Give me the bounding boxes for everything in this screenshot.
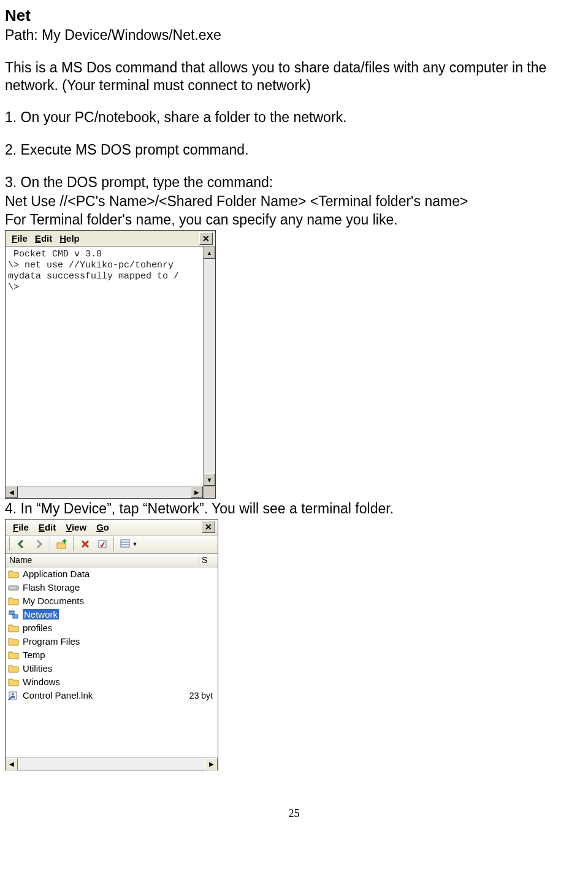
file-list: Application DataFlash StorageMy Document… <box>6 567 218 758</box>
up-folder-button[interactable] <box>55 537 69 551</box>
column-size[interactable]: S <box>199 555 218 565</box>
menu-view-label: iew <box>72 522 86 532</box>
item-name: Temp <box>23 650 178 660</box>
cmd-window: File Edit Help ✕ Pocket CMD v 3.0 \> net… <box>5 230 216 499</box>
item-size: 23 byt <box>181 691 215 700</box>
scroll-left-button[interactable]: ◀ <box>6 486 18 498</box>
doc-intro: This is a MS Dos command that allows you… <box>5 59 583 94</box>
doc-step4: 4. In “My Device”, tap “Network”. You wi… <box>5 500 583 518</box>
item-name: Application Data <box>23 569 178 579</box>
svg-rect-8 <box>13 615 18 618</box>
close-icon-2: ✕ <box>205 522 212 532</box>
list-item[interactable]: Windows <box>6 675 218 689</box>
item-name: Program Files <box>23 636 178 646</box>
list-item[interactable]: Application Data <box>6 567 218 581</box>
list-item[interactable]: Temp <box>6 648 218 662</box>
arrow-up-icon: ▲ <box>207 250 213 256</box>
doc-step3b: Net Use //<PC's Name>/<Shared Folder Nam… <box>5 193 583 210</box>
list-item[interactable]: profiles <box>6 621 218 635</box>
folder-up-icon <box>56 539 67 549</box>
scroll-track-h[interactable] <box>18 486 191 498</box>
drive-icon <box>8 583 19 593</box>
item-name: Windows <box>23 677 178 687</box>
folder-icon <box>8 596 19 606</box>
folder-icon <box>8 677 19 687</box>
scroll-up-button[interactable]: ▲ <box>204 247 215 259</box>
menu-view[interactable]: View <box>61 521 91 534</box>
menu-help[interactable]: Help <box>56 232 83 245</box>
menu-go-label: o <box>104 522 109 532</box>
column-name[interactable]: Name <box>6 555 199 565</box>
cmd-output: Pocket CMD v 3.0 \> net use //Yukiko-pc/… <box>6 247 203 486</box>
arrow-left-icon <box>17 539 26 549</box>
folder-icon <box>8 650 19 660</box>
arrow-down-icon: ▼ <box>207 477 213 483</box>
explorer-window: File Edit View Go ✕ ▼ Name S <box>5 519 218 770</box>
svg-rect-2 <box>121 540 129 547</box>
menu-edit-2-label: dit <box>45 522 56 532</box>
svg-point-6 <box>16 587 17 588</box>
arrow-right-icon <box>34 539 44 549</box>
doc-step3c: For Terminal folder's name, you can spec… <box>5 211 583 229</box>
doc-step2: 2. Execute MS DOS prompt command. <box>5 141 583 159</box>
arrow-left-icon: ◀ <box>9 489 14 496</box>
horizontal-scrollbar[interactable]: ◀ ▶ <box>6 486 215 498</box>
svg-rect-7 <box>9 611 14 615</box>
menu-go[interactable]: Go <box>91 521 114 534</box>
list-item[interactable]: Network <box>6 608 218 621</box>
menu-file-2-label: ile <box>18 522 29 532</box>
list-item[interactable]: Flash Storage <box>6 581 218 594</box>
menu-edit-label: dit <box>41 233 52 244</box>
menu-edit[interactable]: Edit <box>31 232 56 245</box>
doc-title: Net <box>5 6 583 25</box>
folder-icon <box>8 664 19 673</box>
view-icon <box>120 539 131 549</box>
list-item[interactable]: Utilities <box>6 662 218 675</box>
list-item[interactable]: Program Files <box>6 635 218 648</box>
arrow-right-icon: ▶ <box>194 489 199 496</box>
folder-icon <box>8 569 19 579</box>
explorer-toolbar: ▼ <box>6 535 218 554</box>
properties-button[interactable] <box>95 537 110 551</box>
item-name: My Documents <box>23 596 178 606</box>
scroll-right-button[interactable]: ▶ <box>191 486 203 498</box>
menu-file[interactable]: File <box>8 232 31 245</box>
doc-step1: 1. On your PC/notebook, share a folder t… <box>5 109 583 126</box>
nav-back-button[interactable] <box>14 537 29 551</box>
menu-file-2[interactable]: File <box>8 521 34 534</box>
explorer-menubar: File Edit View Go ✕ <box>6 520 218 535</box>
close-button-2[interactable]: ✕ <box>202 521 215 533</box>
dropdown-icon: ▼ <box>132 541 138 547</box>
item-name: Utilities <box>23 663 178 673</box>
delete-button[interactable] <box>78 537 93 551</box>
link-icon <box>8 691 19 700</box>
column-headers[interactable]: Name S <box>6 554 218 567</box>
horizontal-scrollbar-2[interactable]: ◀ ▶ <box>6 758 218 770</box>
svg-rect-12 <box>11 696 15 698</box>
menu-help-label: elp <box>66 233 80 244</box>
list-item[interactable]: My Documents <box>6 594 218 608</box>
menu-file-label: ile <box>17 233 28 244</box>
menu-edit-2[interactable]: Edit <box>34 521 61 534</box>
doc-step3a: 3. On the DOS prompt, type the command: <box>5 174 583 191</box>
view-mode-button[interactable]: ▼ <box>118 537 139 551</box>
close-button[interactable]: ✕ <box>199 232 213 245</box>
item-name: Control Panel.lnk <box>23 690 178 700</box>
item-name: profiles <box>23 623 178 633</box>
scroll-left-button-2[interactable]: ◀ <box>6 758 18 770</box>
cmd-menubar: File Edit Help ✕ <box>6 231 215 247</box>
svg-point-11 <box>12 693 14 696</box>
scroll-down-button[interactable]: ▼ <box>204 474 215 486</box>
properties-icon <box>97 539 107 549</box>
list-item[interactable]: Control Panel.lnk23 byt <box>6 689 218 702</box>
arrow-right-icon-2: ▶ <box>209 761 214 767</box>
arrow-left-icon-2: ◀ <box>9 761 14 767</box>
nav-forward-button[interactable] <box>31 537 46 551</box>
scroll-track[interactable] <box>204 259 215 474</box>
item-name: Network <box>23 609 178 620</box>
folder-icon <box>8 637 19 646</box>
scroll-right-button-2[interactable]: ▶ <box>205 758 218 770</box>
network-icon <box>8 610 19 620</box>
vertical-scrollbar[interactable]: ▲ ▼ <box>203 247 215 486</box>
doc-path: Path: My Device/Windows/Net.exe <box>5 26 583 44</box>
